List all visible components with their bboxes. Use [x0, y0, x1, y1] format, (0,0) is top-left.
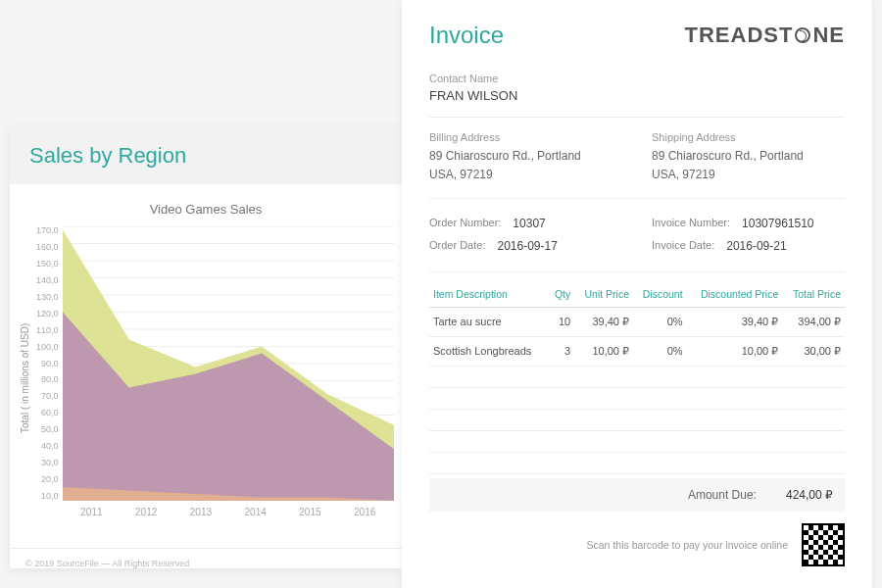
y-tick: 130,0 — [36, 293, 59, 302]
x-tick: 2012 — [119, 507, 173, 517]
col-disc: Discount — [633, 282, 687, 307]
table-row: Scottish Longbreads310,00 ₽0%10,00 ₽30,0… — [429, 336, 845, 366]
billing-address: Billing Address 89 Chiaroscuro Rd., Port… — [429, 131, 622, 184]
brand-logo: TREADSTNE — [685, 23, 845, 48]
barcode-text: Scan this barcode to pay your invoice on… — [587, 539, 788, 551]
col-desc: Item Description — [429, 282, 548, 307]
chart-body: Video Games Sales Total ( in millions of… — [10, 184, 402, 540]
cell-disc: 0% — [633, 336, 687, 366]
y-tick: 120,0 — [36, 310, 59, 318]
area-chart-svg — [63, 226, 394, 501]
chart-header: Sales by Region — [10, 127, 402, 184]
y-tick: 50,0 — [36, 425, 59, 434]
x-tick: 2013 — [173, 507, 228, 517]
order-date-label: Order Date: — [429, 235, 485, 258]
cell-desc: Tarte au sucre — [429, 307, 548, 336]
x-tick: 2015 — [283, 507, 338, 517]
invoice-number-label: Invoice Number: — [652, 213, 730, 235]
table-row-empty — [429, 387, 845, 409]
amount-due-row: Amount Due: 424,00 ₽ — [429, 478, 845, 512]
shipping-label: Shipping Address — [652, 131, 845, 143]
plot: 201120122013201420152016 — [63, 226, 394, 530]
table-row: Tarte au sucre1039,40 ₽0%39,40 ₽394,00 ₽ — [429, 307, 845, 336]
cell-discp: 39,40 ₽ — [687, 307, 783, 336]
y-tick: 150,0 — [36, 260, 59, 269]
contact-name: FRAN WILSON — [429, 88, 845, 103]
y-tick: 20,0 — [36, 475, 59, 484]
cell-unit: 10,00 ₽ — [574, 336, 633, 366]
invoice-card: Invoice TREADSTNE Contact Name FRAN WILS… — [402, 0, 872, 588]
billing-line2: USA, 97219 — [429, 166, 622, 184]
cell-unit: 39,40 ₽ — [574, 307, 633, 336]
col-total: Total Price — [782, 282, 845, 307]
amount-due-value: 424,00 ₽ — [786, 488, 833, 502]
col-unit: Unit Price — [574, 282, 633, 307]
col-discp: Discounted Price — [687, 282, 783, 307]
table-row-empty — [429, 430, 845, 452]
x-tick: 2011 — [65, 507, 120, 517]
cell-disc: 0% — [633, 307, 687, 336]
cell-discp: 10,00 ₽ — [687, 336, 783, 366]
y-tick: 40,0 — [36, 442, 59, 451]
chart-title: Video Games Sales — [18, 202, 394, 217]
y-axis-ticks: 170,0160,0150,0140,0130,0120,0110,0100,0… — [32, 226, 63, 501]
cell-desc: Scottish Longbreads — [429, 336, 548, 366]
cell-qty: 3 — [548, 336, 574, 366]
y-tick: 140,0 — [36, 276, 59, 285]
shipping-address: Shipping Address 89 Chiaroscuro Rd., Por… — [652, 131, 845, 184]
cell-qty: 10 — [548, 307, 574, 336]
invoice-heading: Invoice — [429, 22, 504, 49]
address-row: Billing Address 89 Chiaroscuro Rd., Port… — [429, 131, 845, 199]
contact-block: Contact Name FRAN WILSON — [429, 73, 845, 118]
fingerprint-icon — [795, 27, 810, 43]
shipping-line2: USA, 97219 — [652, 166, 845, 184]
brand-text-1: TREADST — [685, 23, 794, 48]
sales-chart-card: Sales by Region Video Games Sales Total … — [10, 127, 402, 568]
y-tick: 10,0 — [36, 492, 59, 501]
chart-panel-title: Sales by Region — [29, 143, 382, 169]
line-items-table: Item Description Qty Unit Price Discount… — [429, 282, 845, 474]
qr-code-icon[interactable] — [802, 523, 845, 566]
order-number-label: Order Number: — [429, 213, 501, 235]
invoice-header: Invoice TREADSTNE — [429, 22, 845, 49]
y-tick: 170,0 — [36, 226, 59, 235]
y-tick: 60,0 — [36, 409, 59, 417]
order-date: 2016-09-17 — [497, 235, 557, 258]
y-tick: 30,0 — [36, 459, 59, 467]
y-axis-label: Total ( in millions of USD) — [18, 226, 32, 530]
invoice-date-label: Invoice Date: — [652, 235, 714, 258]
x-tick: 2014 — [228, 507, 283, 517]
shipping-line1: 89 Chiaroscuro Rd., Portland — [652, 147, 845, 166]
x-tick: 2016 — [337, 507, 392, 517]
cell-total: 30,00 ₽ — [782, 336, 845, 366]
invoice-meta: Invoice Number:10307961510 Invoice Date:… — [652, 213, 845, 258]
invoice-date: 2016-09-21 — [726, 235, 786, 258]
table-row-empty — [429, 366, 845, 387]
y-tick: 70,0 — [36, 392, 59, 401]
billing-label: Billing Address — [429, 131, 622, 143]
amount-due-label: Amount Due: — [688, 488, 757, 502]
chart-footer: © 2019 SourceFile — All Rights Reserved — [10, 548, 402, 578]
order-number: 10307 — [513, 213, 545, 235]
table-header-row: Item Description Qty Unit Price Discount… — [429, 282, 845, 307]
order-meta: Order Number:10307 Order Date:2016-09-17 — [429, 213, 622, 258]
chart-plot-area: Total ( in millions of USD) 170,0160,015… — [18, 226, 394, 530]
x-axis-ticks: 201120122013201420152016 — [63, 501, 394, 517]
y-tick: 80,0 — [36, 375, 59, 384]
billing-line1: 89 Chiaroscuro Rd., Portland — [429, 147, 622, 166]
invoice-number: 10307961510 — [742, 213, 813, 235]
cell-total: 394,00 ₽ — [782, 307, 845, 336]
brand-text-2: NE — [812, 23, 845, 48]
col-qty: Qty — [548, 282, 574, 307]
y-tick: 110,0 — [36, 326, 59, 335]
y-tick: 160,0 — [36, 243, 59, 252]
barcode-row: Scan this barcode to pay your invoice on… — [429, 523, 845, 566]
contact-label: Contact Name — [429, 73, 845, 84]
order-invoice-meta: Order Number:10307 Order Date:2016-09-17… — [429, 213, 845, 272]
y-tick: 90,0 — [36, 360, 59, 368]
table-row-empty — [429, 452, 845, 473]
table-row-empty — [429, 409, 845, 430]
y-tick: 100,0 — [36, 343, 59, 352]
